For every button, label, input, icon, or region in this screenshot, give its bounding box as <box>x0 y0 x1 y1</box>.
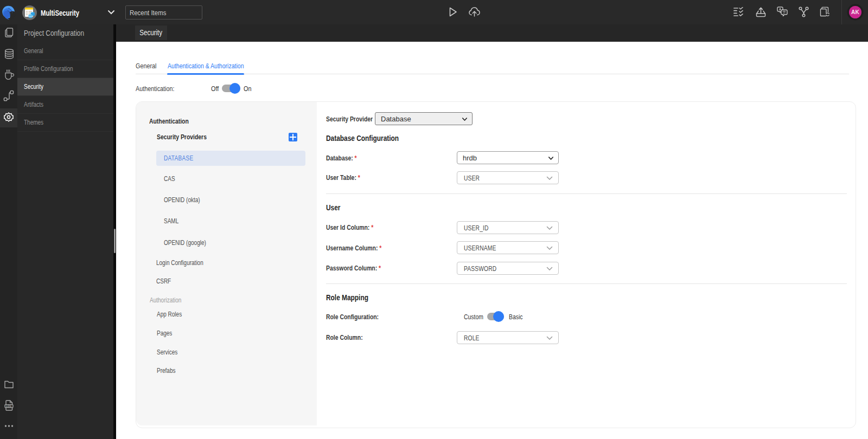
svg-text:LOG: LOG <box>6 405 11 408</box>
